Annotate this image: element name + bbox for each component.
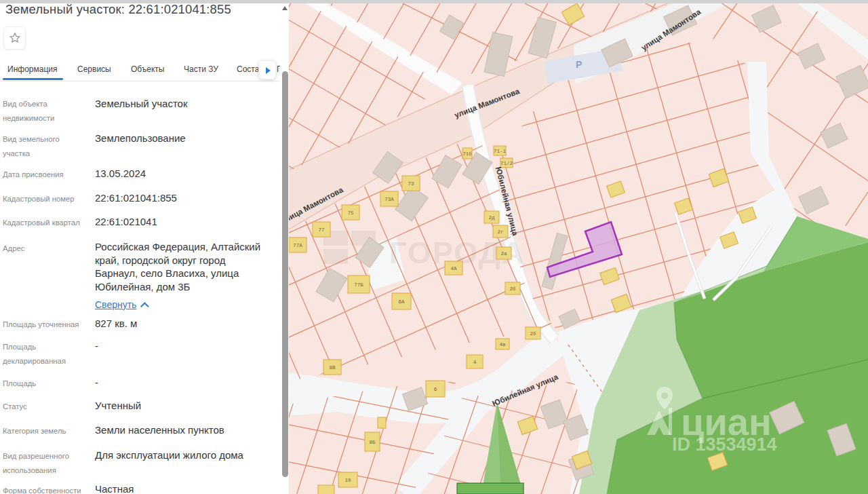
svg-text:8В: 8В (329, 365, 336, 370)
svg-text:2а: 2а (500, 251, 507, 256)
svg-text:8Б: 8Б (369, 440, 376, 445)
svg-text:71б: 71б (462, 151, 472, 157)
svg-text:2д: 2д (488, 215, 495, 221)
svg-text:P: P (576, 59, 582, 70)
svg-text:73: 73 (408, 181, 414, 187)
svg-text:77: 77 (318, 227, 324, 233)
svg-text:ID 13534914: ID 13534914 (672, 434, 777, 455)
svg-text:77А: 77А (293, 243, 302, 248)
svg-text:71-1: 71-1 (494, 149, 507, 154)
svg-text:2г: 2г (497, 229, 503, 235)
svg-text:10: 10 (344, 478, 351, 483)
svg-text:2б: 2б (530, 331, 536, 337)
svg-text:77Б: 77Б (354, 282, 363, 288)
svg-text:4в: 4в (499, 342, 505, 347)
svg-text:73А: 73А (384, 197, 394, 202)
svg-text:6А: 6А (398, 299, 405, 305)
svg-text:6: 6 (434, 387, 437, 392)
svg-text:4: 4 (473, 360, 477, 365)
svg-text:4А: 4А (450, 266, 457, 271)
svg-text:2б: 2б (509, 286, 516, 292)
svg-text:75: 75 (347, 210, 354, 216)
